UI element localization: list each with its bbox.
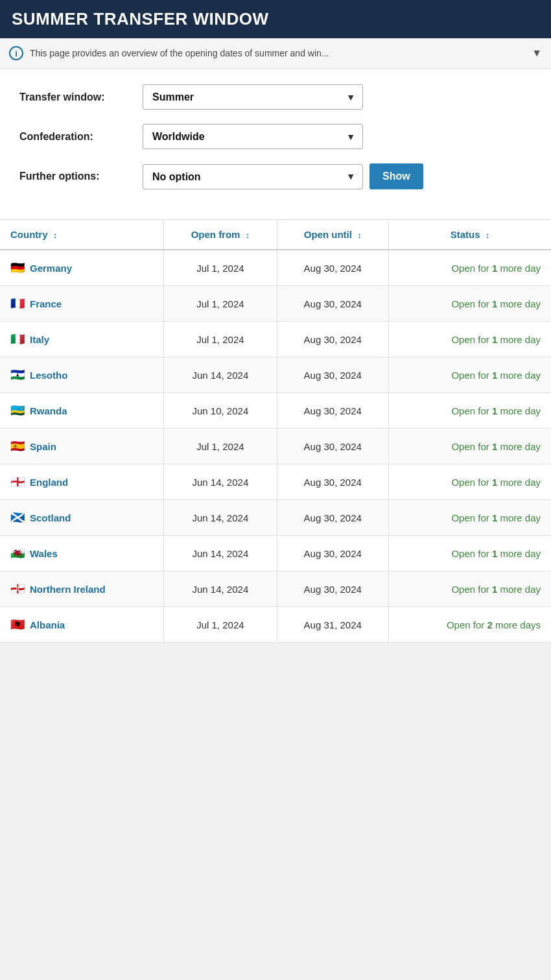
cell-country: 🏴󠁧󠁢󠁳󠁣󠁴󠁿Scotland (0, 500, 164, 536)
status-badge: Open for 1 more day (399, 333, 541, 346)
country-link[interactable]: England (30, 477, 68, 488)
column-open-from[interactable]: Open from ↕ (164, 220, 277, 250)
column-open-until-sort-icon: ↕ (357, 230, 362, 240)
country-cell: 🏴󠁧󠁢󠁥󠁮󠁧󠁿England (10, 475, 153, 489)
cell-open-until: Aug 31, 2024 (277, 607, 388, 643)
country-flag-icon: 🏴󠁧󠁢󠁥󠁮󠁧󠁿 (10, 475, 25, 489)
confederation-label: Confederation: (19, 131, 143, 143)
country-cell: 🇦🇱Albania (10, 617, 153, 632)
status-badge: Open for 1 more day (399, 582, 541, 596)
cell-open-until: Aug 30, 2024 (277, 322, 388, 357)
country-cell: 🇪🇸Spain (10, 439, 153, 453)
cell-country: 🏴󠁧󠁢󠁮󠁩󠁲󠁿Northern Ireland (0, 571, 164, 607)
further-options-controls: No option ▼ Show (143, 163, 423, 189)
column-open-until-label: Open until (304, 229, 352, 240)
table-row: 🏴󠁧󠁢󠁥󠁮󠁧󠁿EnglandJun 14, 2024Aug 30, 2024Op… (0, 464, 551, 500)
table-header: Country ↕ Open from ↕ Open until ↕ Statu… (0, 220, 551, 250)
table-row: 🏴󠁧󠁢󠁳󠁣󠁴󠁿ScotlandJun 14, 2024Aug 30, 2024O… (0, 500, 551, 536)
cell-open-from: Jun 14, 2024 (164, 571, 277, 607)
country-cell: 🇮🇹Italy (10, 332, 153, 346)
column-country-label: Country (10, 229, 48, 240)
cell-status: Open for 1 more day (388, 357, 551, 393)
country-link[interactable]: Albania (30, 619, 65, 630)
country-flag-icon: 🇷🇼 (10, 403, 25, 418)
country-link[interactable]: Lesotho (30, 370, 67, 381)
further-options-select[interactable]: No option (143, 164, 363, 189)
page-wrapper: SUMMER TRANSFER WINDOW i This page provi… (0, 0, 551, 643)
cell-open-from: Jul 1, 2024 (164, 607, 277, 643)
table-row: 🇫🇷FranceJul 1, 2024Aug 30, 2024Open for … (0, 286, 551, 322)
table-row: 🇷🇼RwandaJun 10, 2024Aug 30, 2024Open for… (0, 393, 551, 429)
column-open-from-sort-icon: ↕ (246, 230, 250, 240)
column-open-until[interactable]: Open until ↕ (277, 220, 388, 250)
cell-status: Open for 1 more day (388, 464, 551, 500)
country-cell: 🏴󠁧󠁢󠁷󠁬󠁳󠁿Wales (10, 546, 153, 560)
cell-open-from: Jun 14, 2024 (164, 357, 277, 393)
table-row: 🇩🇪GermanyJul 1, 2024Aug 30, 2024Open for… (0, 250, 551, 286)
table-row: 🏴󠁧󠁢󠁷󠁬󠁳󠁿WalesJun 14, 2024Aug 30, 2024Open… (0, 536, 551, 571)
info-bar[interactable]: i This page provides an overview of the … (0, 38, 551, 69)
country-link[interactable]: Wales (30, 548, 58, 559)
column-status-sort-icon: ↕ (486, 230, 490, 240)
column-status[interactable]: Status ↕ (388, 220, 551, 250)
cell-country: 🇩🇪Germany (0, 250, 164, 286)
country-link[interactable]: Scotland (30, 512, 71, 523)
cell-open-from: Jun 14, 2024 (164, 500, 277, 536)
cell-country: 🏴󠁧󠁢󠁥󠁮󠁧󠁿England (0, 464, 164, 500)
cell-open-from: Jul 1, 2024 (164, 286, 277, 322)
country-link[interactable]: Spain (30, 441, 56, 452)
country-flag-icon: 🇮🇹 (10, 332, 25, 346)
cell-status: Open for 1 more day (388, 536, 551, 571)
confederation-select[interactable]: Worldwide UEFA CONMEBOL CONCACAF AFC CAF… (143, 124, 363, 149)
country-cell: 🇩🇪Germany (10, 261, 153, 275)
cell-status: Open for 1 more day (388, 322, 551, 357)
cell-open-from: Jun 14, 2024 (164, 536, 277, 571)
further-options-row: Further options: No option ▼ Show (19, 163, 532, 189)
status-badge: Open for 1 more day (399, 475, 541, 489)
cell-status: Open for 2 more days (388, 607, 551, 643)
country-flag-icon: 🇦🇱 (10, 617, 25, 632)
status-badge: Open for 1 more day (399, 368, 541, 382)
table-row: 🇮🇹ItalyJul 1, 2024Aug 30, 2024Open for 1… (0, 322, 551, 357)
cell-open-from: Jun 14, 2024 (164, 464, 277, 500)
page-title: SUMMER TRANSFER WINDOW (12, 9, 269, 29)
confederation-select-wrapper: Worldwide UEFA CONMEBOL CONCACAF AFC CAF… (143, 124, 363, 149)
filters-section: Transfer window: Summer Winter ▼ Confede… (0, 69, 551, 214)
country-link[interactable]: France (30, 298, 62, 309)
info-chevron-icon[interactable]: ▼ (532, 47, 542, 59)
country-cell: 🏴󠁧󠁢󠁳󠁣󠁴󠁿Scotland (10, 510, 153, 525)
country-flag-icon: 🏴󠁧󠁢󠁮󠁩󠁲󠁿 (10, 582, 25, 596)
country-cell: 🇷🇼Rwanda (10, 403, 153, 418)
further-options-label: Further options: (19, 171, 143, 182)
cell-open-from: Jul 1, 2024 (164, 250, 277, 286)
country-link[interactable]: Northern Ireland (30, 584, 106, 595)
table-row: 🇪🇸SpainJul 1, 2024Aug 30, 2024Open for 1… (0, 429, 551, 464)
cell-status: Open for 1 more day (388, 429, 551, 464)
column-open-from-label: Open from (191, 229, 240, 240)
status-badge: Open for 1 more day (399, 440, 541, 453)
cell-status: Open for 1 more day (388, 250, 551, 286)
country-cell: 🇫🇷France (10, 296, 153, 311)
cell-open-until: Aug 30, 2024 (277, 250, 388, 286)
page-header: SUMMER TRANSFER WINDOW (0, 0, 551, 38)
cell-open-from: Jun 10, 2024 (164, 393, 277, 429)
transfer-window-select[interactable]: Summer Winter (143, 84, 363, 110)
country-link[interactable]: Germany (30, 263, 72, 274)
country-cell: 🇱🇸Lesotho (10, 368, 153, 382)
transfer-window-row: Transfer window: Summer Winter ▼ (19, 84, 532, 110)
table-body: 🇩🇪GermanyJul 1, 2024Aug 30, 2024Open for… (0, 250, 551, 643)
country-link[interactable]: Rwanda (30, 405, 67, 416)
column-country[interactable]: Country ↕ (0, 220, 164, 250)
further-options-select-wrapper: No option ▼ (143, 164, 363, 189)
status-badge: Open for 1 more day (399, 547, 541, 560)
show-button[interactable]: Show (369, 163, 423, 189)
cell-open-until: Aug 30, 2024 (277, 464, 388, 500)
table-row: 🇦🇱AlbaniaJul 1, 2024Aug 31, 2024Open for… (0, 607, 551, 643)
confederation-row: Confederation: Worldwide UEFA CONMEBOL C… (19, 124, 532, 149)
cell-open-until: Aug 30, 2024 (277, 357, 388, 393)
table-row: 🇱🇸LesothoJun 14, 2024Aug 30, 2024Open fo… (0, 357, 551, 393)
country-link[interactable]: Italy (30, 334, 49, 345)
column-country-sort-icon: ↕ (53, 230, 58, 240)
column-status-label: Status (451, 229, 480, 240)
table-row: 🏴󠁧󠁢󠁮󠁩󠁲󠁿Northern IrelandJun 14, 2024Aug 3… (0, 571, 551, 607)
